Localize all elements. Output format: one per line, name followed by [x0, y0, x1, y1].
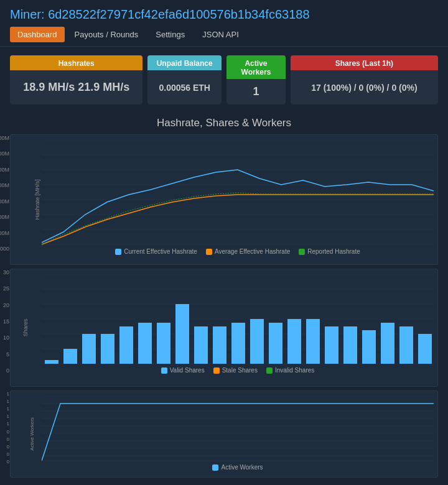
- legend-stale-shares: Stale Shares: [213, 367, 258, 374]
- shares-chart: 30 25 20 15 10 5 0 Shares: [10, 269, 438, 387]
- legend-valid-label: Valid Shares: [170, 367, 205, 374]
- svg-rect-30: [325, 326, 338, 364]
- legend-invalid-dot: [266, 367, 273, 374]
- legend-reported-hashrate: Reported Hashrate: [299, 248, 360, 255]
- legend-active-workers: Active Workers: [212, 464, 263, 471]
- nav-payouts[interactable]: Payouts / Rounds: [67, 27, 146, 42]
- shares-svg: [42, 274, 434, 364]
- svg-rect-24: [213, 326, 226, 364]
- nav-dashboard[interactable]: Dashboard: [10, 27, 65, 42]
- shares-y-axis: 30 25 20 15 10 5 0: [0, 269, 9, 374]
- shares-y-label: Shares: [22, 319, 29, 337]
- active-workers-label: Active Workers: [226, 55, 286, 79]
- svg-rect-23: [194, 326, 208, 364]
- workers-legend: Active Workers: [42, 461, 434, 474]
- legend-current-hashrate: Current Effective Hashrate: [115, 248, 197, 255]
- workers-y-label: Active Workers: [29, 417, 35, 451]
- legend-current-hashrate-label: Current Effective Hashrate: [124, 248, 197, 255]
- shares-label: Shares (Last 1h): [291, 55, 438, 70]
- title-prefix: Miner:: [10, 7, 48, 21]
- hashrate-y-label: Hashrate [MH/s]: [34, 179, 40, 219]
- legend-avg-hashrate-dot: [206, 249, 212, 255]
- legend-avg-hashrate: Average Effective Hashrate: [206, 248, 290, 255]
- navigation: Dashboard Payouts / Rounds Settings JSON…: [10, 27, 438, 42]
- shares-card: Shares (Last 1h) 17 (100%) / 0 (0%) / 0 …: [291, 55, 438, 104]
- workers-y-axis: 1 1 1 1 1 0 0 0 0 0: [0, 391, 9, 464]
- svg-rect-34: [399, 326, 413, 364]
- stats-row: Hashrates 18.9 MH/s 21.9 MH/s Unpaid Bal…: [0, 47, 448, 113]
- svg-rect-27: [269, 323, 282, 364]
- svg-rect-31: [343, 326, 357, 364]
- chart-main-title: Hashrate, Shares & Workers: [10, 117, 438, 129]
- legend-current-hashrate-dot: [115, 249, 121, 255]
- workers-chart: 1 1 1 1 1 0 0 0 0 0 Active Workers: [10, 390, 438, 478]
- svg-rect-33: [381, 323, 394, 364]
- nav-settings[interactable]: Settings: [148, 27, 192, 42]
- unpaid-card: Unpaid Balance 0.00056 ETH: [147, 55, 222, 104]
- svg-rect-22: [175, 304, 189, 364]
- svg-rect-25: [231, 323, 245, 364]
- legend-invalid-shares: Invalid Shares: [266, 367, 314, 374]
- charts-section: Hashrate, Shares & Workers 35.0000M 30.0…: [0, 117, 448, 485]
- unpaid-value: 0.00056 ETH: [147, 70, 222, 104]
- shares-value: 17 (100%) / 0 (0%) / 0 (0%): [291, 70, 438, 104]
- unpaid-label: Unpaid Balance: [147, 55, 222, 70]
- legend-workers-dot: [212, 464, 218, 471]
- legend-reported-hashrate-label: Reported Hashrate: [307, 248, 360, 255]
- hashrate-y-axis: 35.0000M 30.0000M 25.0000M 20.0000M 15.0…: [0, 135, 9, 252]
- header: Miner: 6d28522f27971cf42efa6d100576b1b34…: [0, 0, 448, 47]
- legend-valid-dot: [161, 367, 167, 374]
- svg-rect-16: [63, 349, 77, 364]
- svg-rect-32: [362, 330, 376, 364]
- svg-rect-19: [119, 326, 133, 364]
- legend-reported-hashrate-dot: [299, 249, 305, 255]
- svg-rect-17: [82, 334, 96, 364]
- svg-rect-18: [101, 334, 114, 364]
- nav-jsonapi[interactable]: JSON API: [195, 27, 246, 42]
- shares-legend: Valid Shares Stale Shares Invalid Shares: [42, 364, 434, 377]
- svg-rect-20: [138, 323, 152, 364]
- legend-workers-label: Active Workers: [221, 464, 263, 471]
- svg-rect-35: [418, 334, 432, 364]
- workers-svg: [42, 396, 434, 461]
- legend-avg-hashrate-label: Average Effective Hashrate: [215, 248, 290, 255]
- hashrates-card: Hashrates 18.9 MH/s 21.9 MH/s: [10, 55, 142, 104]
- legend-invalid-label: Invalid Shares: [275, 367, 314, 374]
- legend-valid-shares: Valid Shares: [161, 367, 205, 374]
- svg-rect-28: [287, 319, 301, 364]
- hashrates-value: 18.9 MH/s 21.9 MH/s: [10, 70, 142, 104]
- active-workers-card: Active Workers 1: [226, 55, 286, 104]
- hashrates-label: Hashrates: [10, 55, 142, 70]
- svg-rect-26: [250, 319, 264, 364]
- workers-footer-title: Workers (1 active): [10, 481, 438, 485]
- active-workers-value: 1: [226, 79, 286, 104]
- svg-rect-21: [157, 323, 170, 364]
- legend-stale-dot: [213, 367, 220, 374]
- hashrate-chart: 35.0000M 30.0000M 25.0000M 20.0000M 15.0…: [10, 134, 438, 265]
- hashrate-legend: Current Effective Hashrate Average Effec…: [42, 246, 434, 259]
- page-title: Miner: 6d28522f27971cf42efa6d100576b1b34…: [10, 7, 438, 22]
- miner-address: 6d28522f27971cf42efa6d100576b1b34fc63188: [48, 7, 309, 21]
- legend-stale-label: Stale Shares: [222, 367, 258, 374]
- svg-rect-29: [306, 319, 320, 364]
- svg-rect-15: [45, 360, 58, 364]
- hashrate-svg: [42, 140, 434, 246]
